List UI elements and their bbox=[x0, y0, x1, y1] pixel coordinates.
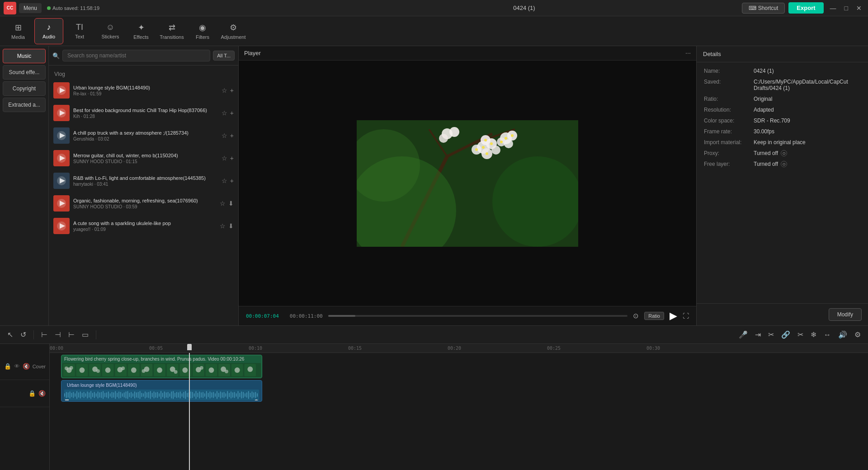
audio-search-bar: 🔍 All T... bbox=[49, 46, 238, 66]
detail-row-1: Saved:C:/Users/MyPC/AppData/Local/CapCut… bbox=[704, 79, 861, 91]
mute-icon[interactable]: 🔇 bbox=[23, 363, 30, 370]
audio-item-5[interactable]: R&B with Lo-Fi, light and comfortable at… bbox=[49, 169, 238, 192]
svg-point-61 bbox=[105, 367, 111, 373]
fullscreen-button[interactable]: ⛶ bbox=[683, 312, 689, 320]
capture-icon[interactable]: ⊙ bbox=[633, 312, 639, 320]
freeze-tool[interactable]: ❄ bbox=[809, 329, 818, 341]
volume-tool[interactable]: 🔊 bbox=[836, 329, 849, 341]
mini-timeline[interactable] bbox=[328, 315, 628, 317]
video-track[interactable]: Flowering bird cherry spring close-up, b… bbox=[61, 355, 262, 378]
tool-stickers[interactable]: ☺ Stickers bbox=[96, 18, 125, 44]
star-icon-2[interactable]: ☆ bbox=[222, 109, 227, 117]
eye-icon[interactable]: 👁 bbox=[14, 363, 20, 370]
ratio-button[interactable]: Ratio bbox=[644, 312, 664, 320]
svg-rect-127 bbox=[129, 393, 130, 397]
audio-thumb-7 bbox=[53, 218, 70, 234]
search-input[interactable] bbox=[62, 50, 210, 61]
tool-audio[interactable]: ♪ Audio bbox=[34, 18, 63, 44]
details-title: Details bbox=[703, 51, 721, 57]
player-menu-icon[interactable]: ⋯ bbox=[685, 50, 691, 56]
ruler-mark-10: 00:10 bbox=[249, 346, 262, 351]
shortcut-button[interactable]: ⌨ Shortcut bbox=[742, 3, 785, 14]
detail-toggle-7[interactable]: ○ bbox=[781, 150, 787, 156]
audio-lock-icon[interactable]: 🔒 bbox=[28, 390, 36, 397]
playhead[interactable] bbox=[189, 353, 190, 470]
detail-value-0: 0424 (1) bbox=[754, 68, 861, 74]
audio-item-6[interactable]: Organic, fashionable, morning, refreshin… bbox=[49, 192, 238, 215]
audio-track[interactable]: Urban lounge style BGM(1148490) // Gener… bbox=[61, 380, 262, 402]
split-tool[interactable]: ⊢ bbox=[39, 329, 49, 341]
svg-rect-171 bbox=[206, 391, 207, 399]
tab-copyright[interactable]: Copyright bbox=[3, 81, 46, 96]
download-icon-6[interactable]: ⬇ bbox=[228, 200, 234, 207]
link-tool[interactable]: 🔗 bbox=[779, 329, 792, 341]
mic-tool[interactable]: 🎤 bbox=[737, 329, 750, 341]
undo-tool[interactable]: ↺ bbox=[19, 329, 28, 341]
modify-button[interactable]: Modify bbox=[829, 308, 862, 321]
settings-tool[interactable]: ⚙ bbox=[853, 329, 863, 341]
add-icon-5[interactable]: + bbox=[230, 177, 234, 184]
svg-rect-110 bbox=[99, 392, 100, 398]
reverse-tool[interactable]: ↔ bbox=[822, 329, 833, 341]
detail-toggle-8[interactable]: ○ bbox=[781, 161, 787, 167]
detail-value-5: 30.00fps bbox=[754, 128, 861, 135]
play-button[interactable]: ▶ bbox=[670, 310, 677, 322]
svg-point-74 bbox=[174, 370, 178, 374]
star-icon-4[interactable]: ☆ bbox=[222, 155, 227, 162]
audio-item-3[interactable]: A chill pop truck with a sexy atmosphere… bbox=[49, 124, 238, 147]
trim-right-tool[interactable]: ⊢ bbox=[66, 329, 76, 341]
star-icon-6[interactable]: ☆ bbox=[220, 200, 226, 207]
download-icon-7[interactable]: ⬇ bbox=[228, 222, 234, 230]
lock-icon[interactable]: 🔒 bbox=[4, 363, 11, 370]
tab-extracted[interactable]: Extracted a... bbox=[3, 98, 46, 112]
tab-music[interactable]: Music bbox=[3, 49, 46, 63]
all-tab-button[interactable]: All T... bbox=[213, 51, 235, 61]
detach-tool[interactable]: ⇥ bbox=[753, 329, 763, 341]
trim-left-tool[interactable]: ⊣ bbox=[53, 329, 63, 341]
select-tool[interactable]: ↖ bbox=[5, 329, 15, 341]
audio-info-2: Best for video background music Chill Tr… bbox=[73, 108, 218, 119]
tool-adjustment[interactable]: ⚙ Adjustment bbox=[219, 18, 248, 44]
tool-transitions[interactable]: ⇄ Transitions bbox=[157, 18, 186, 44]
minimize-button[interactable]: — bbox=[827, 4, 839, 13]
delete-tool[interactable]: ▭ bbox=[80, 329, 90, 341]
cut-tool[interactable]: ✂ bbox=[796, 329, 805, 341]
tool-media[interactable]: ⊞ Media bbox=[4, 18, 33, 44]
timeline-content: 🔒 👁 🔇 Cover 🔒 🔇 00:00 00:05 00:10 00:15 … bbox=[0, 344, 868, 470]
video-thumbs-svg bbox=[62, 363, 261, 377]
svg-point-64 bbox=[121, 367, 125, 370]
audio-item-7[interactable]: A cute song with a sparkling ukulele-lik… bbox=[49, 215, 238, 237]
audio-item-4[interactable]: Merrow guitar, chill out, winter, emo b(… bbox=[49, 147, 238, 169]
audio-item-2[interactable]: Best for video background music Chill Tr… bbox=[49, 102, 238, 124]
svg-rect-97 bbox=[76, 391, 77, 399]
svg-point-76 bbox=[182, 367, 188, 373]
details-footer: Modify bbox=[697, 303, 868, 325]
tool-effects[interactable]: ✦ Effects bbox=[127, 18, 156, 44]
audio-item-1[interactable]: Urban lounge style BGM(1148490) Re-lax ·… bbox=[49, 79, 238, 102]
star-icon-3[interactable]: ☆ bbox=[222, 132, 227, 139]
add-icon-2[interactable]: + bbox=[230, 109, 234, 117]
add-icon-3[interactable]: + bbox=[230, 132, 234, 139]
export-button[interactable]: Export bbox=[788, 2, 823, 14]
tool-filters[interactable]: ◉ Filters bbox=[188, 18, 217, 44]
svg-rect-187 bbox=[234, 392, 235, 398]
audio-mute-icon[interactable]: 🔇 bbox=[38, 390, 46, 397]
audio-actions-2: ☆+ bbox=[222, 109, 234, 117]
ruler-spacer bbox=[0, 344, 49, 353]
split-audio-tool[interactable]: ✂ bbox=[766, 329, 776, 341]
playhead-handle[interactable] bbox=[187, 344, 192, 350]
close-button[interactable]: ✕ bbox=[854, 4, 864, 13]
restore-button[interactable]: □ bbox=[842, 4, 851, 13]
timeline-main[interactable]: 00:00 00:05 00:10 00:15 00:20 00:25 00:3… bbox=[50, 344, 868, 470]
star-icon-5[interactable]: ☆ bbox=[222, 177, 227, 184]
tool-text[interactable]: TI Text bbox=[65, 18, 94, 44]
detail-label-3: Resolution: bbox=[704, 107, 754, 113]
add-icon-4[interactable]: + bbox=[230, 155, 234, 162]
svg-rect-160 bbox=[187, 393, 188, 397]
star-icon-7[interactable]: ☆ bbox=[220, 222, 226, 230]
tab-sound-effects[interactable]: Sound effe... bbox=[3, 65, 46, 80]
menu-button[interactable]: Menu bbox=[19, 3, 42, 13]
star-icon-1[interactable]: ☆ bbox=[222, 87, 227, 94]
add-icon-1[interactable]: + bbox=[230, 87, 234, 94]
audio-panel: 🔍 All T... Vlog Urban lounge style BGM(1… bbox=[49, 46, 239, 325]
